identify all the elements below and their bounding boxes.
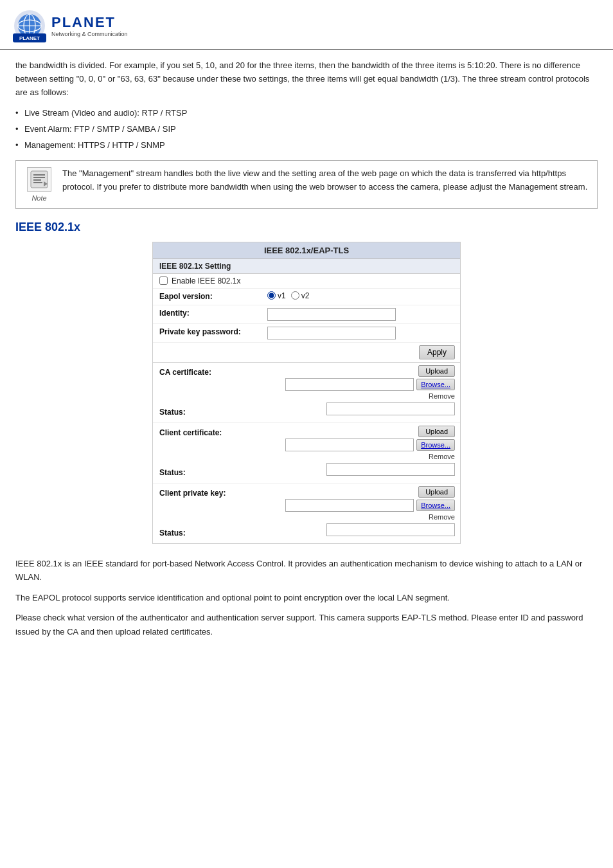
client-pk-file-input[interactable]: [285, 499, 414, 512]
ca-status-label: Status:: [153, 402, 262, 420]
bottom-p2: The EAPOL protocol supports service iden…: [15, 591, 598, 604]
client-cert-remove-button[interactable]: Remove: [429, 453, 455, 460]
eapol-v1-label[interactable]: v1: [267, 291, 286, 300]
list-item: Event Alarm: FTP / SMTP / SAMBA / SIP: [15, 122, 598, 138]
logo-tagline: Networking & Communication: [51, 31, 128, 37]
enable-ieee-checkbox[interactable]: [159, 276, 168, 285]
enable-ieee-label[interactable]: Enable IEEE 802.1x: [172, 276, 240, 285]
eapol-v2-label[interactable]: v2: [291, 291, 310, 300]
eapol-row: Eapol version: v1 v2: [153, 289, 460, 305]
client-cert-section: Client certificate: Upload Browse... Rem…: [153, 423, 460, 484]
note-label: Note: [31, 194, 46, 202]
bottom-p3: Please check what version of the authent…: [15, 611, 598, 638]
private-key-row: Private key password:: [153, 324, 460, 343]
ca-status-input[interactable]: [326, 402, 455, 415]
ca-upload-button[interactable]: Upload: [418, 365, 455, 377]
client-cert-file-input[interactable]: [285, 439, 414, 451]
eapol-v1-radio[interactable]: [267, 291, 276, 300]
identity-row: Identity:: [153, 305, 460, 324]
ca-status-row: Status:: [153, 402, 460, 422]
logo-area: PLANET PLANET Networking & Communication: [13, 9, 600, 42]
eapol-value-cell: v1 v2: [262, 289, 460, 303]
client-pk-browse-button[interactable]: Browse...: [416, 500, 455, 511]
client-pk-status-label: Status:: [153, 523, 262, 541]
enable-row: Enable IEEE 802.1x: [153, 274, 460, 289]
client-cert-status-input[interactable]: [326, 463, 455, 476]
client-cert-upload-button[interactable]: Upload: [418, 426, 455, 437]
client-cert-controls: Upload Browse... Remove: [262, 423, 460, 463]
list-item: Live Stream (Video and audio): RTP / RTS…: [15, 105, 598, 122]
apply-row: Apply: [153, 343, 460, 363]
client-pk-label: Client private key:: [153, 484, 262, 523]
note-text: The "Management" stream handles both the…: [62, 167, 589, 194]
client-pk-status-input[interactable]: [326, 523, 455, 536]
svg-text:PLANET: PLANET: [19, 35, 40, 41]
identity-input[interactable]: [267, 308, 396, 321]
note-icon-block: Note: [24, 167, 55, 202]
main-content: the bandwidth is divided. For example, i…: [0, 59, 613, 638]
ca-cert-label: CA certificate:: [153, 363, 262, 402]
ca-cert-controls: Upload Browse... Remove: [262, 363, 460, 402]
page-header: PLANET PLANET Networking & Communication: [0, 0, 613, 50]
logo-name: PLANET: [51, 14, 128, 31]
private-key-input[interactable]: [267, 327, 396, 339]
ieee-setting-label: IEEE 802.1x Setting: [153, 259, 460, 274]
ieee-table-title: IEEE 802.1x/EAP-TLS: [153, 242, 460, 259]
private-key-label: Private key password:: [153, 324, 262, 339]
client-pk-section: Client private key: Upload Browse... Rem…: [153, 484, 460, 543]
logo-text: PLANET Networking & Communication: [51, 14, 128, 37]
ca-cert-file-input[interactable]: [285, 378, 414, 391]
client-cert-label: Client certificate:: [153, 423, 262, 463]
client-cert-status-label: Status:: [153, 463, 262, 480]
client-pk-controls: Upload Browse... Remove: [262, 484, 460, 523]
client-pk-remove-button[interactable]: Remove: [429, 513, 455, 521]
intro-paragraph: the bandwidth is divided. For example, i…: [15, 59, 598, 99]
ca-browse-button[interactable]: Browse...: [416, 379, 455, 390]
bullet-list: Live Stream (Video and audio): RTP / RTS…: [15, 105, 598, 153]
ca-remove-button[interactable]: Remove: [429, 392, 455, 400]
bottom-p1: IEEE 802.1x is an IEEE standard for port…: [15, 557, 598, 584]
ieee-table: IEEE 802.1x/EAP-TLS IEEE 802.1x Setting …: [152, 242, 461, 544]
bottom-text: IEEE 802.1x is an IEEE standard for port…: [15, 557, 598, 638]
eapol-radio-group: v1 v2: [267, 291, 309, 300]
identity-label: Identity:: [153, 305, 262, 321]
list-item: Management: HTTPS / HTTP / SNMP: [15, 138, 598, 154]
client-pk-upload-button[interactable]: Upload: [418, 486, 455, 498]
client-pk-status-row: Status:: [153, 523, 460, 543]
private-key-value-cell: [262, 324, 460, 342]
note-icon: [27, 167, 51, 192]
client-cert-status-row: Status:: [153, 463, 460, 483]
eapol-label: Eapol version:: [153, 289, 262, 304]
planet-logo-icon: PLANET: [13, 9, 46, 42]
client-cert-browse-button[interactable]: Browse...: [416, 439, 455, 451]
identity-value-cell: [262, 305, 460, 323]
note-box: Note The "Management" stream handles bot…: [15, 160, 598, 209]
apply-button[interactable]: Apply: [419, 345, 455, 359]
section-heading: IEEE 802.1x: [15, 221, 598, 234]
ca-cert-section: CA certificate: Upload Browse... Remove: [153, 363, 460, 423]
eapol-v2-radio[interactable]: [291, 291, 299, 300]
